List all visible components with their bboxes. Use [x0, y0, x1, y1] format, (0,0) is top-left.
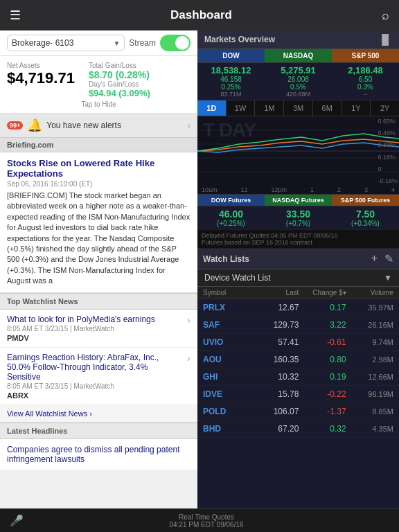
account-name: Brokerage- 6103 — [12, 38, 73, 48]
symbol-aou: AOU — [203, 355, 251, 364]
futures-note-2: Futures based on SEP 16 2016 contract — [202, 239, 312, 246]
watchlists-header: Watch Lists + ✎ — [197, 249, 399, 269]
watchlist-selected-name: Device Watch List — [204, 273, 271, 283]
last-pold: 106.07 — [251, 407, 299, 416]
alerts-bar[interactable]: 99+ 🔔 You have new alerts › — [0, 114, 197, 138]
symbol-bhd: BHD — [203, 424, 251, 434]
y-label-top: 0.65% — [378, 118, 398, 125]
watchlist-news-header: Top Watchlist News — [0, 293, 197, 310]
futures-dow-data: 46.00 (+0.25%) — [197, 206, 265, 229]
edit-watchlist-icon[interactable]: ✎ — [384, 252, 393, 265]
day-gain-value: $94.94 (3.09%) — [89, 88, 150, 98]
volume-saf: 26.16M — [346, 321, 393, 329]
wl-row-aou[interactable]: AOU 160.35 0.80 2.98M — [197, 351, 399, 369]
watchlist-dropdown-icon: ▼ — [384, 273, 392, 283]
volume-uvio: 9.74M — [346, 338, 393, 346]
wl-row-bhd[interactable]: BHD 67.20 0.32 4.35M — [197, 420, 399, 438]
watchlist-table-header: Symbol Last Change $▾ Volume — [197, 287, 399, 299]
tab-1y[interactable]: 1Y — [342, 100, 371, 116]
bell-icon: 🔔 — [27, 118, 42, 133]
gain-loss-value: $8.70 (0.28%) — [89, 69, 150, 80]
price-chart: T DAY 0.65% 0.49% 0.33% 0.16% 0 — [197, 116, 399, 186]
tab-1w[interactable]: 1W — [227, 100, 256, 116]
col-symbol-header: Symbol — [203, 289, 251, 296]
alerts-chevron-icon: › — [187, 120, 190, 131]
last-idve: 15.78 — [251, 389, 299, 399]
volume-pold: 8.85M — [346, 407, 393, 416]
last-bhd: 67.20 — [251, 424, 299, 434]
sp500-volume: -- — [335, 91, 396, 98]
markets-overview-header: Markets Overview ▐▌ — [197, 30, 399, 49]
news-chevron-icon: › — [187, 314, 190, 326]
nasdaq-volume: 420.68M — [267, 91, 329, 98]
wl-row-idve[interactable]: IDVE 15.78 -0.22 96.19M — [197, 386, 399, 403]
symbol-saf: SAF — [203, 320, 251, 330]
last-ghi: 10.32 — [251, 372, 299, 382]
x-label-2: 2 — [337, 186, 341, 193]
tab-3m[interactable]: 3M — [284, 100, 313, 116]
y-label-neg: -0.16% — [378, 177, 398, 184]
sp500-header: S&P 500 — [332, 49, 399, 62]
search-icon[interactable]: ⌕ — [382, 8, 389, 23]
volume-aou: 2.98M — [346, 355, 393, 364]
sp500-data: 2,186.48 6.50 0.3% -- — [332, 63, 399, 100]
wl-row-uvio[interactable]: UVIO 57.41 -0.61 9.74M — [197, 334, 399, 351]
news-item-1-title: What to look for in PolyMedia's earnings — [7, 314, 183, 324]
net-assets-label: Net Assets — [7, 62, 75, 69]
bar-chart-icon: ▐▌ — [378, 34, 392, 45]
top-header: ☰ Dashboard ⌕ — [0, 0, 399, 30]
menu-icon[interactable]: ☰ — [10, 8, 21, 23]
microphone-icon[interactable]: 🎤 — [10, 514, 24, 527]
view-all-watchlist-news[interactable]: View All Watchlist News › — [0, 405, 197, 423]
futures-note: Delayed Futures Quotes 04:05 PM EDT 09/0… — [197, 230, 399, 249]
dow-value: 18,538.12 — [200, 65, 262, 76]
nasdaq-value: 5,275.91 — [267, 65, 329, 76]
change-saf: 3.22 — [299, 320, 346, 330]
news-item-1[interactable]: What to look for in PolyMedia's earnings… — [0, 310, 197, 348]
tab-1m[interactable]: 1M — [255, 100, 284, 116]
latest-item-1[interactable]: Companies agree to dismiss all pending p… — [0, 439, 197, 470]
last-prlx: 12.67 — [251, 303, 299, 312]
dow-volume: 83.71M — [200, 91, 262, 98]
wl-row-ghi[interactable]: GHI 10.32 0.19 12.66M — [197, 369, 399, 386]
briefing-section-header: Briefing.com — [0, 138, 197, 152]
index-header-row: DOW NASDAQ S&P 500 — [197, 49, 399, 63]
col-last-header: Last — [251, 289, 299, 296]
day-gain-label: Day's Gain/Loss — [89, 80, 150, 88]
x-label-1: 1 — [310, 186, 314, 193]
tab-2y[interactable]: 2Y — [371, 100, 399, 116]
wl-row-pold[interactable]: POLD 106.07 -1.37 8.85M — [197, 403, 399, 420]
change-prlx: 0.17 — [299, 303, 346, 312]
watchlist-selector[interactable]: Device Watch List ▼ — [197, 269, 399, 287]
gain-loss-label: Total Gain/Loss — [89, 62, 150, 69]
dow-pct: 0.25% — [200, 83, 262, 91]
sp500-pct: 0.3% — [335, 83, 396, 91]
wl-row-prlx[interactable]: PRLX 12.67 0.17 35.97M — [197, 299, 399, 317]
tab-1d[interactable]: 1D — [197, 100, 227, 116]
stream-toggle[interactable] — [160, 35, 190, 51]
watchlist-rows: PRLX 12.67 0.17 35.97M SAF 129.73 3.22 2… — [197, 299, 399, 508]
col-volume-header: Volume — [346, 289, 393, 296]
futures-nasdaq-header: NASDAQ Futures — [265, 195, 332, 206]
add-watchlist-icon[interactable]: + — [371, 252, 378, 265]
nasdaq-pct: 0.5% — [267, 83, 329, 91]
alert-badge: 99+ — [7, 121, 23, 130]
tab-6m[interactable]: 6M — [313, 100, 342, 116]
chart-y-labels: 0.65% 0.49% 0.33% 0.16% 0 -0.16% — [378, 116, 398, 186]
wl-row-saf[interactable]: SAF 129.73 3.22 26.16M — [197, 317, 399, 334]
dow-data: 18,538.12 46.158 0.25% 83.71M — [197, 63, 265, 100]
change-idve: -0.22 — [299, 389, 346, 399]
news-item-1-meta: 8:05 AM ET 3/23/15 | MarketWatch — [7, 325, 183, 332]
bottom-status-bar: 🎤 Real Time Quotes 04:21 PM EDT 09/06/16 — [0, 508, 399, 532]
dropdown-arrow-icon: ▼ — [113, 39, 120, 47]
futures-sp500-value: 7.50 — [335, 209, 396, 220]
briefing-date: Sep 06, 2016 16:10:00 (ET) — [7, 180, 190, 188]
markets-overview-title: Markets Overview — [204, 35, 275, 44]
news-item-2[interactable]: Earnings Reaction History: AbraFax, Inc.… — [0, 348, 197, 405]
tap-to-hide[interactable]: Tap to Hide — [7, 98, 190, 110]
dow-header: DOW — [197, 49, 265, 62]
change-bhd: 0.32 — [299, 424, 346, 434]
nasdaq-change: 26.008 — [267, 76, 329, 83]
change-pold: -1.37 — [299, 407, 346, 416]
account-selector[interactable]: Brokerage- 6103 ▼ — [7, 35, 125, 51]
